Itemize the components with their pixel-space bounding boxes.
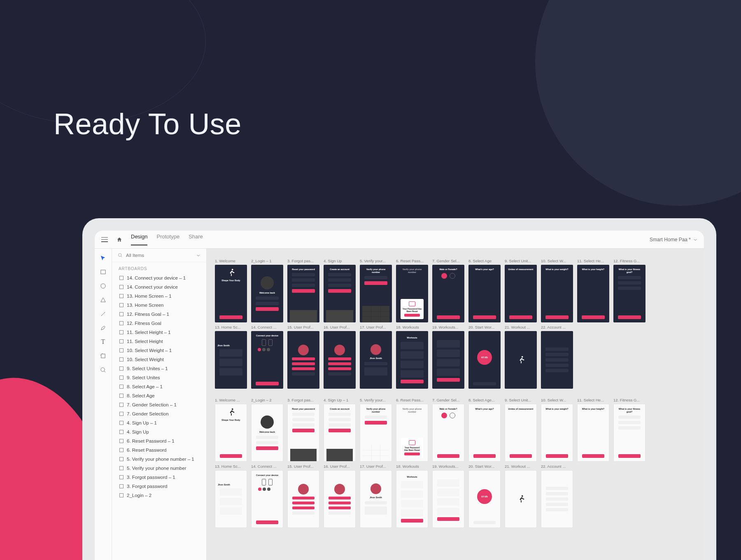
artboard-thumb[interactable]: Create an account <box>324 265 356 322</box>
tab-share[interactable]: Share <box>189 233 203 245</box>
artboard-item[interactable]: 17. User Prof...Jhon Smith <box>360 325 392 389</box>
line-tool-icon[interactable] <box>100 310 107 317</box>
artboard-item[interactable]: 11. Select He...What is your height? <box>577 398 609 462</box>
artboard-thumb[interactable] <box>505 470 537 528</box>
artboard-thumb[interactable] <box>541 470 573 528</box>
artboard-thumb[interactable]: What is your height? <box>577 265 609 322</box>
artboard-item[interactable]: 22. Account ... <box>541 325 573 389</box>
pen-tool-icon[interactable] <box>100 324 107 331</box>
artboard-layer-item[interactable]: 4. Sign Up – 1 <box>112 418 206 427</box>
text-tool-icon[interactable]: T <box>100 338 107 345</box>
artboard-thumb[interactable]: Unites of measurement <box>505 265 537 322</box>
artboard-item[interactable]: 18. WorkoutsWorkouts <box>396 464 428 528</box>
artboard-layer-item[interactable]: 8. Select Age – 1 <box>112 382 206 391</box>
artboard-item[interactable]: 7. Gender Sel...Male or Female? <box>432 398 464 462</box>
artboard-thumb[interactable]: Male or Female? <box>432 265 464 322</box>
artboard-item[interactable]: 11. Select He...What is your height? <box>577 259 609 322</box>
artboard-thumb[interactable]: Connect your device <box>251 331 283 389</box>
artboard-item[interactable]: 12. Fitness G...What is your fitness goa… <box>613 259 645 322</box>
artboard-thumb[interactable]: 07:05 <box>468 331 501 389</box>
artboard-thumb[interactable]: What is your fitness goal? <box>613 404 645 462</box>
artboard-item[interactable]: 3. Forgot pas...Reset your password <box>287 259 319 322</box>
artboard-thumb[interactable]: Workouts <box>396 331 428 389</box>
polygon-tool-icon[interactable] <box>100 296 107 303</box>
zoom-tool-icon[interactable] <box>100 366 107 373</box>
artboard-thumb[interactable]: Verify your phone number <box>360 404 392 462</box>
artboard-item[interactable]: 1. WelcomeShape Your Body <box>215 259 247 322</box>
artboard-item[interactable]: 2_Login – 1Welcome back <box>251 259 283 322</box>
artboard-thumb[interactable] <box>287 470 319 528</box>
artboard-thumb[interactable]: What is your height? <box>577 404 609 462</box>
artboard-item[interactable]: 8. Select Age...What's your age? <box>468 398 501 462</box>
artboard-item[interactable]: 12. Fitness G...What is your fitness goa… <box>613 398 645 462</box>
artboard-item[interactable]: 13. Home Sc...Jhon Smith <box>215 325 247 389</box>
artboard-item[interactable]: 14. Connect ...Connect your device <box>251 325 283 389</box>
artboard-layer-item[interactable]: 7. Gender Selection – 1 <box>112 400 206 409</box>
artboard-layer-item[interactable]: 4. Sign Up <box>112 427 206 436</box>
artboard-item[interactable]: 16. User Prof... <box>324 325 356 389</box>
artboard-item[interactable]: 10. Select W...What is your weight? <box>541 398 573 462</box>
artboard-thumb[interactable]: What is your weight? <box>541 404 573 462</box>
artboard-item[interactable]: 16. User Prof... <box>324 464 356 528</box>
artboard-layer-item[interactable]: 9. Select Unites <box>112 373 206 382</box>
artboard-layer-item[interactable]: 11. Select Height <box>112 337 206 346</box>
artboard-thumb[interactable]: Jhon Smith <box>215 470 247 528</box>
artboard-item[interactable]: 4. Sign Up – 1Create an account <box>324 398 356 462</box>
artboard-thumb[interactable] <box>505 331 537 389</box>
artboard-thumb[interactable]: Shape Your Body <box>215 265 247 322</box>
artboard-layer-item[interactable]: 12. Fitness Goal <box>112 319 206 328</box>
artboard-layer-item[interactable]: 5. Verify your phone number – 1 <box>112 455 206 464</box>
artboard-item[interactable]: 13. Home Sc...Jhon Smith <box>215 464 247 528</box>
artboard-layer-item[interactable]: 6. Reset Password – 1 <box>112 436 206 446</box>
artboard-thumb[interactable]: What is your weight? <box>541 265 573 322</box>
artboard-layer-item[interactable]: 6. Reset Password <box>112 446 206 455</box>
artboard-item[interactable]: 9. Select Unit...Unites of measurement <box>505 259 537 322</box>
layers-search[interactable] <box>112 249 206 262</box>
artboard-layer-item[interactable]: 3. Forgot password – 1 <box>112 473 206 482</box>
artboard-item[interactable]: 20. Start Wor...07:05 <box>468 464 501 528</box>
artboard-thumb[interactable]: Jhon Smith <box>360 470 392 528</box>
artboard-thumb[interactable]: Welcome back <box>251 265 283 322</box>
artboard-thumb[interactable] <box>541 331 573 389</box>
artboard-layer-item[interactable]: 8. Select Age <box>112 391 206 400</box>
artboard-layer-item[interactable]: 2_Login – 2 <box>112 491 206 500</box>
artboard-thumb[interactable]: Create an account <box>324 404 356 462</box>
artboard-layer-item[interactable]: 14. Connect your device – 1 <box>112 273 206 282</box>
artboard-thumb[interactable]: Verify your phone numberYour Password Ha… <box>396 404 428 462</box>
artboard-thumb[interactable]: Jhon Smith <box>360 331 392 389</box>
artboard-item[interactable]: 17. User Prof...Jhon Smith <box>360 464 392 528</box>
artboard-item[interactable]: 14. Connect ...Connect your device <box>251 464 283 528</box>
artboard-thumb[interactable]: Jhon Smith <box>215 331 247 389</box>
artboard-layer-item[interactable]: 13. Home Screen – 1 <box>112 292 206 301</box>
artboard-item[interactable]: 4. Sign UpCreate an account <box>324 259 356 322</box>
layers-search-input[interactable] <box>126 253 193 258</box>
artboard-item[interactable]: 7. Gender Sel...Male or Female? <box>432 259 464 322</box>
artboard-item[interactable]: 21. Workout ... <box>505 464 537 528</box>
artboard-layer-item[interactable]: 14. Connect your device <box>112 282 206 292</box>
artboard-thumb[interactable]: What's your age? <box>468 404 501 462</box>
artboard-item[interactable]: 2_Login – 2Welcome back <box>251 398 283 462</box>
artboard-thumb[interactable]: Verify your phone numberYour Password Ha… <box>396 265 428 322</box>
artboard-item[interactable]: 3. Forgot pas...Reset your password <box>287 398 319 462</box>
artboard-thumb[interactable]: Reset your password <box>287 265 319 322</box>
artboard-layer-item[interactable]: 10. Select Weight – 1 <box>112 346 206 355</box>
menu-icon[interactable] <box>101 237 108 242</box>
artboard-thumb[interactable]: Verify your phone number <box>360 265 392 322</box>
artboard-thumb[interactable]: Male or Female? <box>432 404 464 462</box>
ellipse-tool-icon[interactable] <box>100 282 107 289</box>
artboard-item[interactable]: 22. Account ... <box>541 464 573 528</box>
artboard-item[interactable]: 5. Verify your...Verify your phone numbe… <box>360 398 392 462</box>
artboard-layer-item[interactable]: 13. Home Screen <box>112 301 206 310</box>
artboard-thumb[interactable]: Unites of measurement <box>505 404 537 462</box>
artboard-thumb[interactable] <box>324 470 356 528</box>
artboard-thumb[interactable]: Shape Your Body <box>215 404 247 462</box>
artboard-item[interactable]: 19. Workouts... <box>432 325 464 389</box>
artboard-thumb[interactable] <box>432 470 464 528</box>
artboard-thumb[interactable]: What is your fitness goal? <box>613 265 645 322</box>
artboard-item[interactable]: 6. Reset Pass...Verify your phone number… <box>396 259 428 322</box>
artboard-item[interactable]: 15. User Prof... <box>287 325 319 389</box>
artboard-item[interactable]: 1. Welcome ...Shape Your Body <box>215 398 247 462</box>
artboard-layer-item[interactable]: 10. Select Weight <box>112 355 206 364</box>
artboard-thumb[interactable] <box>287 331 319 389</box>
artboard-thumb[interactable]: Connect your device <box>251 470 283 528</box>
